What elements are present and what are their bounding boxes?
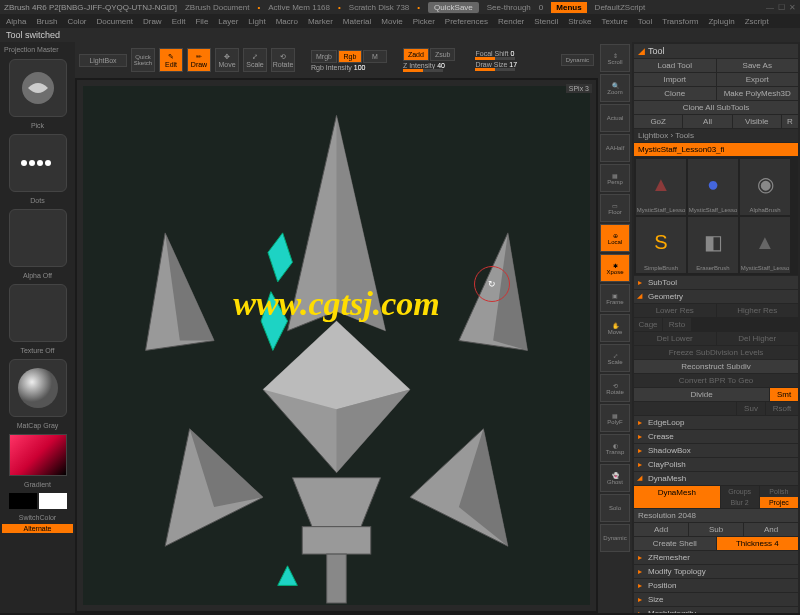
goz-visible-button[interactable]: Visible: [733, 115, 781, 128]
menu-zscript[interactable]: Zscript: [745, 17, 769, 26]
menu-picker[interactable]: Picker: [413, 17, 435, 26]
shadowbox-section[interactable]: ShadowBox: [634, 444, 798, 457]
menu-tool[interactable]: Tool: [638, 17, 653, 26]
actual-button[interactable]: Actual: [600, 104, 630, 132]
focal-shift-slider[interactable]: Focal Shift 0: [475, 50, 517, 60]
convert-bpr-button[interactable]: Convert BPR To Geo: [634, 374, 798, 387]
menu-edit[interactable]: Edit: [172, 17, 186, 26]
scale-button[interactable]: ⤢Scale: [243, 48, 267, 72]
menu-document[interactable]: Document: [97, 17, 133, 26]
edgeloop-section[interactable]: EdgeLoop: [634, 416, 798, 429]
menu-macro[interactable]: Macro: [276, 17, 298, 26]
del-higher-button[interactable]: Del Higher: [717, 332, 799, 345]
local-button[interactable]: ⊕Local: [600, 224, 630, 252]
make-polymesh-button[interactable]: Make PolyMesh3D: [717, 87, 799, 100]
polish-button[interactable]: Polish: [760, 486, 798, 497]
close-icon[interactable]: ✕: [789, 3, 796, 12]
lower-res-button[interactable]: Lower Res: [634, 304, 716, 317]
lightbox-button[interactable]: LightBox: [79, 54, 127, 67]
tool-thumb-2[interactable]: SSimpleBrush: [636, 217, 686, 273]
menu-transform[interactable]: Transform: [662, 17, 698, 26]
tool-header[interactable]: ◢Tool: [634, 44, 798, 58]
seethrough-value[interactable]: 0: [539, 3, 543, 12]
rsoft-button[interactable]: Rsoft: [766, 402, 798, 415]
dynamic-nav-button[interactable]: Dynamic: [600, 524, 630, 552]
groups-button[interactable]: Groups: [721, 486, 759, 497]
crease-section[interactable]: Crease: [634, 430, 798, 443]
tool-thumb-4[interactable]: ▲MysticStaff_Lesso: [740, 217, 790, 273]
zremesher-section[interactable]: ZRemesher: [634, 551, 798, 564]
blur-slider[interactable]: Blur 2: [721, 497, 759, 508]
dynamic-button[interactable]: Dynamic: [561, 54, 594, 66]
project-button[interactable]: Projec: [760, 497, 798, 508]
default-script[interactable]: DefaultZScript: [595, 3, 646, 12]
alpha-thumb[interactable]: [9, 209, 67, 267]
menu-marker[interactable]: Marker: [308, 17, 333, 26]
rgb-intensity-slider[interactable]: Rgb Intensity 100: [311, 64, 387, 71]
switchcolor-button[interactable]: SwitchColor: [2, 513, 73, 522]
tool-thumb-1[interactable]: ●MysticStaff_Lesso: [688, 159, 738, 215]
geometry-section[interactable]: Geometry: [634, 290, 798, 303]
tool-thumb-3[interactable]: ◧EraserBrush: [688, 217, 738, 273]
material-thumb[interactable]: [9, 359, 67, 417]
brush-thumb[interactable]: [9, 59, 67, 117]
edit-button[interactable]: ✎Edit: [159, 48, 183, 72]
tool-thumb-alphabrush[interactable]: ◉AlphaBrush: [740, 159, 790, 215]
viewport[interactable]: www.cgtsj.com ↻ SPix 3: [77, 80, 596, 611]
persp-button[interactable]: ▦Persp: [600, 164, 630, 192]
texture-thumb[interactable]: [9, 284, 67, 342]
menu-stroke[interactable]: Stroke: [568, 17, 591, 26]
add-button[interactable]: Add: [634, 523, 688, 536]
mrgb-button[interactable]: Mrgb: [311, 50, 337, 63]
modify-topology-section[interactable]: Modify Topology: [634, 565, 798, 578]
move-button[interactable]: ✥Move: [215, 48, 239, 72]
claypolish-section[interactable]: ClayPolish: [634, 458, 798, 471]
zadd-button[interactable]: Zadd: [403, 48, 429, 61]
goz-r-button[interactable]: R: [782, 115, 798, 128]
goz-all-button[interactable]: All: [683, 115, 731, 128]
clone-all-button[interactable]: Clone All SubTools: [634, 101, 798, 114]
menu-render[interactable]: Render: [498, 17, 524, 26]
thickness-slider[interactable]: Thickness 4: [717, 537, 799, 550]
cage-button[interactable]: Cage: [634, 318, 662, 331]
menu-texture[interactable]: Texture: [601, 17, 627, 26]
move-nav-button[interactable]: ✋Move: [600, 314, 630, 342]
dynamesh-section[interactable]: DynaMesh: [634, 472, 798, 485]
meshintegrity-section[interactable]: MeshIntegrity: [634, 607, 798, 613]
scroll-button[interactable]: ⇕Scroll: [600, 44, 630, 72]
higher-res-button[interactable]: Higher Res: [717, 304, 799, 317]
quicksketch-button[interactable]: Quick Sketch: [131, 48, 155, 72]
stroke-thumb[interactable]: [9, 134, 67, 192]
tool-thumb-0[interactable]: ▲MysticStaff_Lesso: [636, 159, 686, 215]
polyf-button[interactable]: ▦PolyF: [600, 404, 630, 432]
lightbox-tools-link[interactable]: Lightbox › Tools: [634, 129, 798, 142]
scale-nav-button[interactable]: ⤢Scale: [600, 344, 630, 372]
color-picker[interactable]: [9, 434, 67, 476]
goz-button[interactable]: GoZ: [634, 115, 682, 128]
current-tool-name[interactable]: MysticStaff_Lesson03_fi: [634, 143, 798, 156]
maximize-icon[interactable]: ☐: [778, 3, 785, 12]
smt-button[interactable]: Smt: [770, 388, 798, 401]
menus-button[interactable]: Menus: [551, 2, 586, 13]
zoom-button[interactable]: 🔍Zoom: [600, 74, 630, 102]
export-button[interactable]: Export: [717, 73, 799, 86]
ghost-button[interactable]: 👻Ghost: [600, 464, 630, 492]
create-shell-button[interactable]: Create Shell: [634, 537, 716, 550]
menu-draw[interactable]: Draw: [143, 17, 162, 26]
clone-button[interactable]: Clone: [634, 87, 716, 100]
spix-label[interactable]: SPix 3: [566, 84, 592, 93]
secondary-color-swatch[interactable]: [39, 493, 67, 509]
xpose-button[interactable]: ✱Xpose: [600, 254, 630, 282]
quicksave-button[interactable]: QuickSave: [428, 2, 479, 13]
rotate-nav-button[interactable]: ⟲Rotate: [600, 374, 630, 402]
aahalf-button[interactable]: AAHalf: [600, 134, 630, 162]
floor-button[interactable]: ▭Floor: [600, 194, 630, 222]
rotate-button[interactable]: ⟲Rotate: [271, 48, 295, 72]
main-color-swatch[interactable]: [9, 493, 37, 509]
size-section[interactable]: Size: [634, 593, 798, 606]
menu-brush[interactable]: Brush: [36, 17, 57, 26]
menu-zplugin[interactable]: Zplugin: [708, 17, 734, 26]
save-as-button[interactable]: Save As: [717, 59, 799, 72]
alternate-button[interactable]: Alternate: [2, 524, 73, 533]
solo-button[interactable]: Solo: [600, 494, 630, 522]
